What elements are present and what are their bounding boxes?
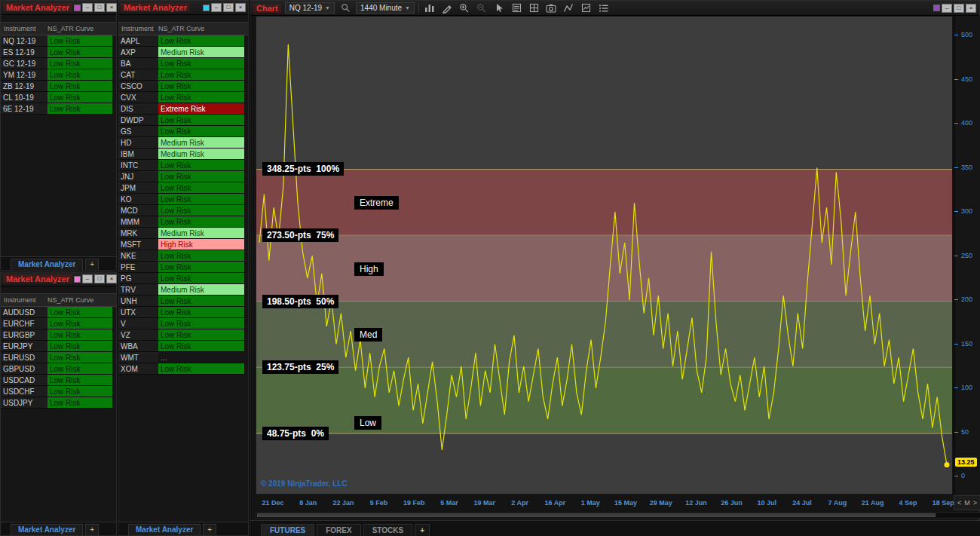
analyzer-row[interactable]: USDCADLow Risk <box>1 375 116 386</box>
zoom-in-icon[interactable] <box>458 2 471 14</box>
risk-cell[interactable]: ... <box>158 352 244 363</box>
risk-cell[interactable]: High Risk <box>158 239 244 250</box>
risk-cell[interactable]: Extreme Risk <box>158 103 244 115</box>
instrument-cell[interactable]: DWDP <box>118 115 158 126</box>
analyzer-row[interactable]: CL 10-19Low Risk <box>1 92 116 103</box>
analyzer-row[interactable]: CSCOLow Risk <box>118 81 248 92</box>
analyzer-row[interactable]: VZLow Risk <box>118 329 248 341</box>
risk-cell[interactable]: Low Risk <box>158 296 244 307</box>
instrument-cell[interactable]: AUDUSD <box>1 307 47 318</box>
analyzer-row[interactable]: HDMedium Risk <box>118 137 248 149</box>
analyzer-row[interactable]: INTCLow Risk <box>118 160 248 171</box>
risk-cell[interactable]: Medium Risk <box>158 149 244 160</box>
risk-cell[interactable]: Low Risk <box>47 375 112 386</box>
analyzer-row[interactable]: GSLow Risk <box>118 126 248 137</box>
instrument-cell[interactable]: MMM <box>118 216 158 228</box>
minimize-button[interactable]: – <box>211 3 222 12</box>
column-headers[interactable]: Instrument NS_ATR Curve <box>118 22 248 35</box>
analyzer-row[interactable]: EURUSDLow Risk <box>1 352 116 363</box>
price-axis[interactable]: 13.25 500450400350300250200150100500 <box>954 16 980 495</box>
risk-cell[interactable]: Low Risk <box>47 341 112 352</box>
risk-cell[interactable]: Low Risk <box>158 329 244 341</box>
instrument-cell[interactable]: IBM <box>118 149 158 160</box>
instrument-cell[interactable]: EURUSD <box>1 352 47 363</box>
tab-futures[interactable]: FUTURES <box>261 524 314 536</box>
risk-cell[interactable]: Low Risk <box>158 92 244 103</box>
add-tab-button[interactable]: + <box>85 524 99 535</box>
analyzer-row[interactable]: AUDUSDLow Risk <box>1 307 116 318</box>
risk-cell[interactable]: Low Risk <box>47 329 112 341</box>
cursor-icon[interactable] <box>492 2 506 14</box>
maximize-button[interactable]: □ <box>94 274 105 283</box>
risk-cell[interactable]: Low Risk <box>158 341 244 352</box>
chart-plot-area[interactable]: 348.25-pts 100% 273.50-pts 75% 198.50-pt… <box>256 16 953 495</box>
analyzer-row[interactable]: IBMMedium Risk <box>118 149 248 160</box>
analyzer-row[interactable]: KOLow Risk <box>118 194 248 205</box>
forex-titlebar[interactable]: Market Analyzer – □ × <box>1 272 116 286</box>
analyzer-row[interactable]: EURJPYLow Risk <box>1 341 116 352</box>
analyzer-row[interactable]: BALow Risk <box>118 58 248 69</box>
atr-curve-column-header[interactable]: NS_ATR Curve <box>47 25 93 32</box>
risk-cell[interactable]: Medium Risk <box>158 228 244 239</box>
analyzer-row[interactable]: MCDLow Risk <box>118 205 248 216</box>
instrument-cell[interactable]: 6E 12-19 <box>1 103 47 115</box>
instrument-cell[interactable]: INTC <box>118 160 158 171</box>
analyzer-row[interactable]: GC 12-19Low Risk <box>1 58 116 69</box>
instrument-cell[interactable]: HD <box>118 137 158 149</box>
nav-prev-button[interactable]: < <box>957 499 962 507</box>
instrument-cell[interactable]: GBPUSD <box>1 363 47 375</box>
close-button[interactable]: × <box>106 274 117 283</box>
tab-forex[interactable]: FOREX <box>317 524 360 536</box>
instrument-cell[interactable]: AXP <box>118 47 158 58</box>
column-headers[interactable]: Instrument NS_ATR Curve <box>1 22 116 35</box>
instrument-cell[interactable]: USDCAD <box>1 375 47 386</box>
instrument-cell[interactable]: CVX <box>118 92 158 103</box>
add-tab-button[interactable]: + <box>85 259 99 270</box>
analyzer-row[interactable]: ES 12-19Low Risk <box>1 47 116 58</box>
chart-toolbar[interactable]: Chart NQ 12-19 ▼ 1440 Minute ▼ <box>250 1 979 16</box>
risk-cell[interactable]: Low Risk <box>158 318 244 329</box>
instrument-link-icon[interactable] <box>74 276 81 283</box>
instrument-cell[interactable]: V <box>118 318 158 329</box>
risk-cell[interactable]: Low Risk <box>47 307 112 318</box>
snapshot-icon[interactable] <box>544 2 558 14</box>
instrument-cell[interactable]: GS <box>118 126 158 137</box>
risk-cell[interactable]: Low Risk <box>47 92 112 103</box>
analyzer-row[interactable]: UNHLow Risk <box>118 296 248 307</box>
nav-next-button[interactable]: > <box>972 499 978 507</box>
instrument-cell[interactable]: MRK <box>118 228 158 239</box>
analyzer-row[interactable]: AAPLLow Risk <box>118 35 248 47</box>
minimize-button[interactable]: – <box>942 4 952 13</box>
close-button[interactable]: × <box>235 3 246 12</box>
risk-cell[interactable]: Low Risk <box>158 35 244 47</box>
maximize-button[interactable]: □ <box>223 3 234 12</box>
analyzer-row[interactable]: USDJPYLow Risk <box>1 397 116 409</box>
risk-cell[interactable]: Low Risk <box>47 69 112 81</box>
instrument-cell[interactable]: WMT <box>118 352 158 363</box>
instrument-link-icon[interactable] <box>203 5 210 11</box>
tab-stocks[interactable]: STOCKS <box>363 524 413 536</box>
instrument-dropdown[interactable]: NQ 12-19 ▼ <box>285 2 335 14</box>
risk-cell[interactable]: Low Risk <box>47 363 112 375</box>
analyzer-row[interactable]: EURCHFLow Risk <box>1 318 116 329</box>
instrument-cell[interactable]: UTX <box>118 307 158 318</box>
minimize-button[interactable]: – <box>82 3 93 12</box>
instrument-cell[interactable]: WBA <box>118 341 158 352</box>
instrument-cell[interactable]: USDJPY <box>1 397 47 409</box>
instrument-cell[interactable]: MCD <box>118 205 158 216</box>
analyzer-row[interactable]: CATLow Risk <box>118 69 248 81</box>
instrument-column-header[interactable]: Instrument <box>118 25 158 32</box>
chart-style-icon[interactable] <box>423 2 436 14</box>
analyzer-row[interactable]: PFELow Risk <box>118 262 248 273</box>
column-headers[interactable]: Instrument NS_ATR Curve <box>1 293 116 307</box>
risk-cell[interactable]: Low Risk <box>47 318 112 329</box>
analyzer-row[interactable]: UTXLow Risk <box>118 307 248 318</box>
instrument-cell[interactable]: CL 10-19 <box>1 92 47 103</box>
instrument-cell[interactable]: MSFT <box>118 239 158 250</box>
instrument-cell[interactable]: NQ 12-19 <box>1 35 47 47</box>
horizontal-scrollbar[interactable] <box>256 512 980 519</box>
risk-cell[interactable]: Low Risk <box>47 47 112 58</box>
instrument-cell[interactable]: EURJPY <box>1 341 47 352</box>
minimize-button[interactable]: – <box>82 274 93 283</box>
instrument-cell[interactable]: PFE <box>118 262 158 273</box>
